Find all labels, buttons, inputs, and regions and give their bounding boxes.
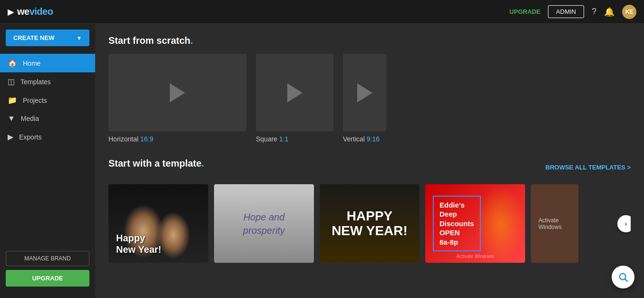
template-card-happy-new-year-bold[interactable]: HAPPY NEW YEAR! [320,184,420,263]
tmpl4-title: Eddie's Deep Discounts OPEN 8a-8p [439,200,474,247]
template-card-new-year-happy[interactable]: Happy New Year! [108,184,208,263]
layout: CREATE NEW ▼ 🏠 Home ◫ Templates 📁 Projec… [0,24,644,298]
tmpl3-text: HAPPY NEW YEAR! [332,209,408,238]
templates-icon: ◫ [8,77,15,86]
tmpl5-text: Activate Windows [531,209,578,238]
templates-header: Start with a template. BROWSE ALL TEMPLA… [108,158,631,177]
sidebar-item-templates[interactable]: ◫ Templates [0,72,95,91]
play-icon-vertical [357,83,372,102]
tmpl1-text: Happy New Year! [116,232,161,255]
scratch-thumb-horizontal [108,54,246,131]
search-icon [618,272,628,282]
logo-text: wevideo [17,6,53,17]
home-icon: 🏠 [8,59,17,68]
logo: ▶ wevideo [8,6,53,17]
sidebar: CREATE NEW ▼ 🏠 Home ◫ Templates 📁 Projec… [0,24,95,298]
scratch-card-vertical[interactable]: Vertical 9:16 [343,54,386,143]
upgrade-link[interactable]: UPGRADE [509,8,540,15]
exports-icon: ▶ [8,132,13,141]
scratch-section-title: Start from scratch. [108,35,631,46]
scratch-card-square[interactable]: Square 1:1 [256,54,333,143]
scratch-label-vertical: Vertical 9:16 [343,135,386,143]
template-card-eddies-discounts[interactable]: Eddie's Deep Discounts OPEN 8a-8p Activa… [425,184,525,263]
tmpl4-watermark: Activate Windows [425,254,525,259]
sidebar-item-exports-label: Exports [19,133,41,141]
template-card-windows[interactable]: Activate Windows [531,184,578,263]
sidebar-item-home-label: Home [23,60,40,67]
notification-icon[interactable]: 🔔 [604,7,615,17]
media-icon: ▼ [8,114,15,123]
sidebar-item-exports[interactable]: ▶ Exports [0,128,95,146]
templates-next-button[interactable]: › [617,215,631,232]
scratch-cards: Horizontal 16:9 Square 1:1 Vertical 9:16 [108,54,631,143]
play-icon-horizontal [170,83,185,102]
sidebar-item-home[interactable]: 🏠 Home [0,54,95,72]
scratch-thumb-square [256,54,333,131]
help-icon[interactable]: ? [592,7,596,17]
avatar[interactable]: KE [622,5,636,19]
sidebar-upgrade-button[interactable]: UPGRADE [6,270,89,287]
create-new-button[interactable]: CREATE NEW ▼ [6,30,89,46]
template-card-hope-prosperity[interactable]: Hope and prosperity [214,184,314,263]
svg-line-1 [625,279,627,281]
scratch-card-horizontal[interactable]: Horizontal 16:9 [108,54,246,143]
sidebar-item-media-label: Media [21,115,39,122]
scratch-thumb-vertical [343,54,386,131]
main-content: Start from scratch. Horizontal 16:9 Squa… [95,24,644,298]
header: ▶ wevideo UPGRADE ADMIN ? 🔔 KE [0,0,644,24]
play-icon-square [287,83,302,102]
sidebar-bottom: MANAGE BRAND UPGRADE [0,245,95,292]
browse-all-button[interactable]: BROWSE ALL TEMPLATES > [546,164,631,171]
scratch-label-horizontal: Horizontal 16:9 [108,135,246,143]
manage-brand-button[interactable]: MANAGE BRAND [6,251,89,266]
create-new-arrow: ▼ [77,35,82,41]
sidebar-item-media[interactable]: ▼ Media [0,109,95,128]
admin-button[interactable]: ADMIN [548,5,584,18]
logo-icon: ▶ [8,7,14,17]
templates-section-title: Start with a template. [108,158,204,169]
template-cards: Happy New Year! Hope and prosperity HAPP… [108,184,631,263]
create-new-label: CREATE NEW [13,34,54,41]
sidebar-item-templates-label: Templates [20,78,51,86]
sidebar-item-projects-label: Projects [23,97,47,104]
tmpl4-box: Eddie's Deep Discounts OPEN 8a-8p [433,196,481,252]
header-right: UPGRADE ADMIN ? 🔔 KE [509,5,636,19]
tmpl2-text: Hope and prosperity [234,201,294,247]
projects-icon: 📁 [8,96,17,105]
scratch-label-square: Square 1:1 [256,135,333,143]
search-fab[interactable] [612,266,634,288]
sidebar-item-projects[interactable]: 📁 Projects [0,91,95,109]
